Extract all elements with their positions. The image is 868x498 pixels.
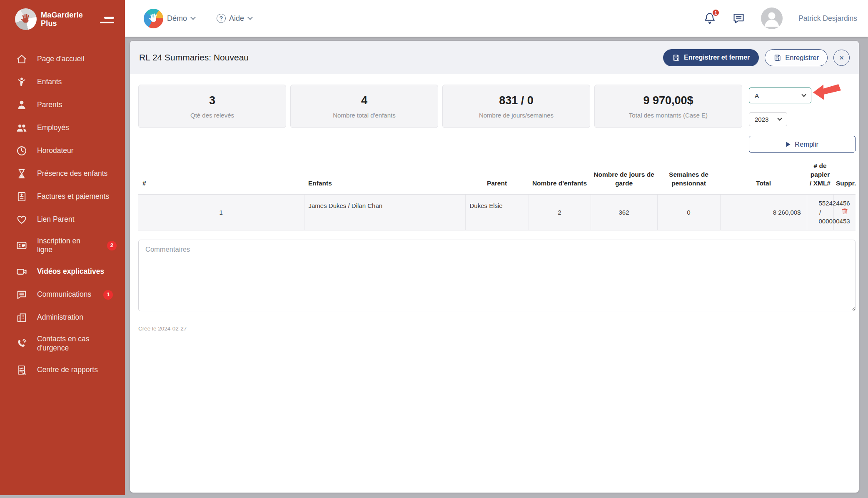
header-right: 1 Patrick Desjardins	[703, 8, 857, 29]
main-panel: RL 24 Summaries: Nouveau Enregistrer et …	[130, 41, 859, 493]
created-date-text: Créé le 2024-02-27	[138, 325, 856, 332]
child-icon	[16, 76, 27, 88]
video-icon	[16, 266, 27, 278]
stat-card: 831 / 0 Nombre de jours/semaines	[442, 85, 590, 128]
comments-textarea[interactable]	[138, 240, 856, 311]
employees-icon	[16, 122, 27, 134]
column-header: Semaines de pensionnat	[657, 158, 720, 194]
column-header: Nombre d'enfants	[529, 158, 591, 194]
save-and-close-button[interactable]: Enregistrer et fermer	[663, 49, 759, 66]
stats-row: 3 Qté des relevés 4 Nombre total d'enfan…	[138, 85, 856, 153]
app-logo-icon	[15, 8, 37, 30]
sidebar-item[interactable]: Parents	[0, 93, 125, 116]
cell-total: 8 260,00$	[720, 194, 807, 230]
stat-label: Qté des relevés	[190, 112, 234, 119]
home-icon	[16, 53, 27, 65]
stat-value: 9 970,00$	[643, 94, 693, 107]
fill-button[interactable]: Remplir	[749, 136, 856, 153]
help-dropdown-label: Aide	[229, 14, 244, 23]
stat-card: 4 Nombre total d'enfants	[290, 85, 438, 128]
year-select-value: 2023	[755, 116, 768, 123]
sidebar-item[interactable]: Lien Parent	[0, 208, 125, 231]
chevron-down-icon	[190, 15, 196, 20]
table-row[interactable]: 1 James Dukes / Dilan Chan Dukes Elsie 2…	[138, 194, 856, 230]
column-header: Nombre de jours de garde	[591, 158, 657, 194]
stat-card: 3 Qté des relevés	[138, 85, 286, 128]
sidebar-nav: Page d'accueil Enfants Parents Employés	[0, 38, 125, 382]
page-title: RL 24 Summaries: Nouveau	[139, 53, 249, 63]
column-header: #	[138, 158, 304, 194]
close-button[interactable]: ×	[833, 50, 850, 66]
sidebar-item[interactable]: Vidéos explicatives	[0, 260, 125, 283]
messages-button[interactable]	[732, 12, 745, 25]
building-icon	[16, 312, 27, 323]
cell-parent: Dukes Elsie	[465, 194, 529, 230]
user-name[interactable]: Patrick Desjardins	[798, 14, 857, 23]
help-dropdown[interactable]: ? Aide	[217, 14, 252, 23]
sidebar-item[interactable]: Factures et paiements	[0, 185, 125, 208]
chat-icon	[16, 289, 27, 300]
save-icon	[773, 54, 781, 62]
stat-value: 3	[209, 94, 215, 107]
sidebar-item[interactable]: Employés	[0, 116, 125, 139]
sidebar-item[interactable]: Centre de rapports	[0, 359, 125, 382]
menu-toggle-icon[interactable]	[100, 15, 114, 23]
stat-card: 9 970,00$ Total des montants (Case E)	[594, 85, 742, 128]
chevron-down-icon	[777, 116, 782, 120]
panel-content: 3 Qté des relevés 4 Nombre total d'enfan…	[130, 74, 859, 332]
org-logo-icon	[144, 9, 163, 28]
invoice-icon	[16, 191, 27, 203]
top-header: Démo ? Aide 1 Pa	[125, 0, 868, 37]
chat-icon	[732, 12, 745, 25]
stat-label: Nombre total d'enfants	[333, 112, 395, 119]
stat-value: 831 / 0	[499, 94, 534, 107]
user-avatar[interactable]	[761, 8, 783, 29]
parent-icon	[16, 99, 27, 111]
sidebar-item[interactable]: Administration	[0, 306, 125, 329]
titlebar-actions: Enregistrer et fermer Enregistrer ×	[663, 49, 850, 66]
notifications-button[interactable]: 1	[703, 12, 716, 25]
clock-icon	[16, 145, 27, 157]
cell-semaines: 0	[657, 194, 720, 230]
save-button[interactable]: Enregistrer	[765, 49, 828, 66]
sidebar-item[interactable]: Inscription en ligne 2	[0, 231, 125, 260]
cell-nb-enfants: 2	[529, 194, 591, 230]
sidebar-item[interactable]: Présence des enfants	[0, 162, 125, 185]
sidebar-header: MaGarderie Plus	[0, 0, 125, 38]
sidebar-item[interactable]: Enfants	[0, 70, 125, 93]
play-icon	[786, 142, 791, 147]
sidebar-item[interactable]: Contacts en cas d'urgence	[0, 329, 125, 359]
column-header: Parent	[465, 158, 529, 194]
column-header: Enfants	[304, 158, 465, 194]
column-header: # de papier / XML#	[807, 158, 833, 194]
sidebar-item[interactable]: Page d'accueil	[0, 48, 125, 70]
stat-value: 4	[361, 94, 367, 107]
chevron-down-icon	[801, 92, 806, 97]
delete-row-button[interactable]	[841, 207, 848, 215]
hourglass-icon	[16, 168, 27, 180]
stat-cards: 3 Qté des relevés 4 Nombre total d'enfan…	[138, 85, 742, 128]
sidebar-badge: 2	[107, 241, 117, 250]
chevron-down-icon	[247, 15, 253, 20]
type-select-value: A	[755, 92, 759, 99]
notification-count-badge: 1	[712, 9, 720, 17]
heart-icon	[16, 214, 27, 225]
report-icon	[16, 364, 27, 376]
sidebar-item[interactable]: Horodateur	[0, 139, 125, 162]
year-select[interactable]: 2023	[749, 112, 787, 126]
table-header-row: #EnfantsParentNombre d'enfantsNombre de …	[138, 158, 856, 194]
trash-icon	[841, 207, 848, 215]
org-dropdown-value: Démo	[167, 14, 187, 23]
stat-label: Nombre de jours/semaines	[479, 112, 554, 119]
type-select[interactable]: A	[749, 88, 811, 103]
stat-label: Total des montants (Case E)	[629, 112, 708, 119]
cell-papier-xml: 552424456 / 000000453	[807, 194, 833, 230]
org-dropdown[interactable]: Démo	[167, 14, 195, 23]
close-icon: ×	[839, 54, 844, 62]
phone-icon	[16, 338, 27, 350]
sidebar-item[interactable]: Communications 1	[0, 283, 125, 306]
side-controls: A 2023 Remplir	[749, 85, 856, 153]
idcard-icon	[16, 240, 27, 251]
cell-num: 1	[138, 194, 304, 230]
sidebar-badge: 1	[103, 290, 113, 300]
